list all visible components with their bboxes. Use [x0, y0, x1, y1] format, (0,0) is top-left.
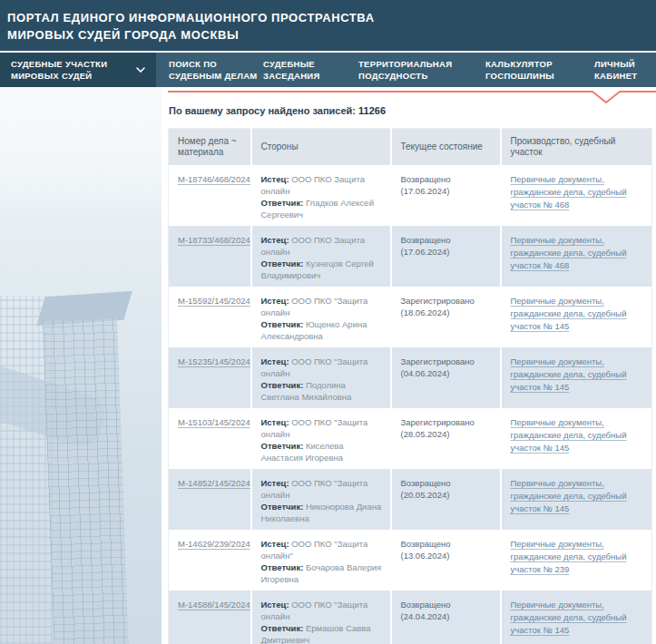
case-number-link[interactable]: М-14588/145/2024	[178, 600, 250, 610]
plaintiff-label: Истец:	[261, 539, 289, 549]
table-row: М-15235/145/2024Истец: ООО ПКО "Защита о…	[169, 347, 652, 408]
nav-item-label: ЛИЧНЫЙ КАБИНЕТ	[594, 58, 645, 82]
production-link[interactable]: Первичные документы, гражданские дела, с…	[511, 173, 645, 211]
plaintiff-label: Истец:	[261, 478, 289, 488]
nav-item-kalkulyator-gosposhliny[interactable]: КАЛЬКУЛЯТОР ГОСПОШЛИНЫ	[485, 53, 560, 87]
case-status: Возвращено (20.05.2024)	[401, 478, 451, 500]
defendant-label: Ответчик:	[261, 259, 304, 268]
site-title: ПОРТАЛ ЕДИНОГО ИНФОРМАЦИОННОГО ПРОСТРАНС…	[7, 9, 647, 44]
defendant-label: Ответчик:	[261, 562, 304, 572]
nav-item-label: ТЕРРИТОРИАЛЬНАЯ ПОДСУДНОСТЬ	[358, 58, 452, 82]
case-number-link[interactable]: М-14852/145/2024	[178, 478, 250, 488]
case-number-link[interactable]: М-18733/468/2024	[178, 235, 250, 245]
defendant-label: Ответчик:	[261, 198, 304, 208]
case-number-link[interactable]: М-14629/239/2024	[178, 539, 250, 549]
column-header-case-number: Номер дела ~ материала	[169, 129, 251, 165]
site-header: ПОРТАЛ ЕДИНОГО ИНФОРМАЦИОННОГО ПРОСТРАНС…	[0, 0, 656, 53]
defendant-label: Ответчик:	[261, 319, 304, 329]
city-background-photo	[0, 87, 162, 644]
production-link[interactable]: Первичные документы, гражданские дела, с…	[511, 599, 645, 637]
case-number-link[interactable]: М-15592/145/2024	[178, 296, 250, 306]
results-count-value: 11266	[358, 105, 386, 116]
plaintiff-label: Истец:	[261, 235, 289, 245]
nav-item-poisk-po-delam[interactable]: ПОИСК ПО СУДЕБНЫМ ДЕЛАМ	[169, 53, 259, 87]
nav-item-lichnyj-kabinet[interactable]: ЛИЧНЫЙ КАБИНЕТ	[594, 53, 645, 87]
main-nav: СУДЕБНЫЕ УЧАСТКИ МИРОВЫХ СУДЕЙ ПОИСК ПО …	[0, 53, 656, 87]
plaintiff-label: Истец:	[261, 356, 289, 366]
nav-item-label: СУДЕБНЫЕ УЧАСТКИ МИРОВЫХ СУДЕЙ	[11, 58, 113, 82]
production-link[interactable]: Первичные документы, гражданские дела, с…	[511, 356, 645, 394]
column-header-parties: Стороны	[251, 129, 391, 165]
plaintiff-label: Истец:	[261, 600, 289, 610]
nav-active-underline	[168, 90, 656, 104]
page: ПОРТАЛ ЕДИНОГО ИНФОРМАЦИОННОГО ПРОСТРАНС…	[0, 0, 656, 644]
production-link[interactable]: Первичные документы, гражданские дела, с…	[511, 538, 645, 576]
production-link[interactable]: Первичные документы, гражданские дела, с…	[511, 295, 645, 333]
nav-item-territorialnaya-podsudnost[interactable]: ТЕРРИТОРИАЛЬНАЯ ПОДСУДНОСТЬ	[358, 53, 449, 87]
case-status: Возвращено (13.06.2024)	[401, 539, 451, 561]
results-count: По вашему запросу найдено записей: 11266	[169, 105, 386, 116]
site-title-line2: МИРОВЫХ СУДЕЙ ГОРОДА МОСКВЫ	[7, 26, 647, 44]
case-status: Зарегистрировано (04.06.2024)	[401, 356, 475, 378]
table-row: М-14852/145/2024Истец: ООО ПКО "Защита о…	[169, 469, 652, 530]
nav-item-label: СУДЕБНЫЕ ЗАСЕДАНИЯ	[263, 58, 328, 82]
defendant-label: Ответчик:	[261, 502, 304, 512]
column-header-production: Производство, судебный участок	[501, 129, 652, 165]
skyscraper-shape	[43, 318, 130, 644]
nav-item-label: ПОИСК ПО СУДЕБНЫМ ДЕЛАМ	[169, 58, 259, 82]
case-status: Зарегистрировано (28.05.2024)	[401, 417, 475, 439]
production-link[interactable]: Первичные документы, гражданские дела, с…	[511, 416, 645, 454]
table-row: М-15103/145/2024Истец: ООО ПКО "Защита о…	[169, 408, 652, 469]
case-number-link[interactable]: М-15235/145/2024	[178, 356, 250, 366]
case-status: Возвращено (17.06.2024)	[401, 174, 451, 196]
cases-table: Номер дела ~ материала Стороны Текущее с…	[168, 128, 652, 644]
case-status: Зарегистрировано (18.06.2024)	[401, 296, 475, 317]
nav-item-sudebnye-uchastki[interactable]: СУДЕБНЫЕ УЧАСТКИ МИРОВЫХ СУДЕЙ	[0, 53, 156, 87]
table-row: М-18746/468/2024Истец: ООО ПКО Защита он…	[169, 165, 652, 226]
plaintiff-label: Истец:	[261, 174, 289, 184]
cases-table-head: Номер дела ~ материала Стороны Текущее с…	[169, 129, 652, 165]
table-row: М-14629/239/2024Истец: ООО ПКО "Защита о…	[169, 530, 652, 590]
table-row: М-14588/145/2024Истец: ООО ПКО "Защита о…	[169, 590, 652, 644]
table-row: М-18733/468/2024Истец: ООО ПКО Защита он…	[169, 226, 652, 287]
results-count-label: По вашему запросу найдено записей:	[169, 105, 356, 116]
defendant-label: Ответчик:	[261, 623, 304, 633]
plaintiff-label: Истец:	[261, 296, 289, 306]
site-title-line1: ПОРТАЛ ЕДИНОГО ИНФОРМАЦИОННОГО ПРОСТРАНС…	[7, 9, 647, 26]
haze-overlay	[0, 87, 162, 223]
case-number-link[interactable]: М-18746/468/2024	[178, 174, 250, 184]
case-number-link[interactable]: М-15103/145/2024	[178, 417, 250, 427]
production-link[interactable]: Первичные документы, гражданские дела, с…	[511, 234, 645, 272]
defendant-label: Ответчик:	[261, 441, 304, 451]
column-header-status: Текущее состояние	[391, 129, 501, 165]
cases-table-body: М-18746/468/2024Истец: ООО ПКО Защита он…	[169, 165, 652, 644]
table-row: М-15592/145/2024Истец: ООО ПКО "Защита о…	[169, 287, 652, 347]
case-status: Возвращено (17.06.2024)	[401, 235, 451, 257]
nav-item-sudebnye-zasedaniya[interactable]: СУДЕБНЫЕ ЗАСЕДАНИЯ	[263, 53, 328, 87]
production-link[interactable]: Первичные документы, гражданские дела, с…	[511, 477, 645, 515]
chevron-down-icon	[136, 67, 145, 73]
case-status: Возвращено (24.04.2024)	[401, 600, 451, 621]
plaintiff-label: Истец:	[261, 417, 289, 427]
nav-item-label: КАЛЬКУЛЯТОР ГОСПОШЛИНЫ	[485, 58, 560, 82]
defendant-label: Ответчик:	[261, 380, 304, 390]
